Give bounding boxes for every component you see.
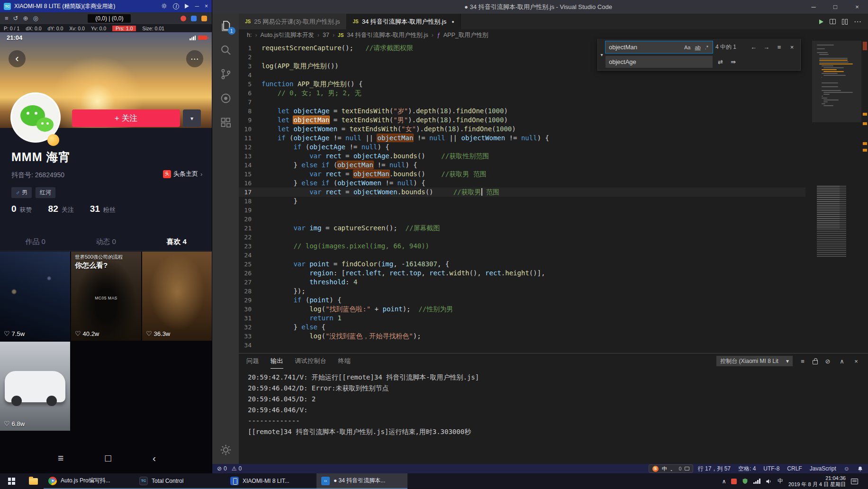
overview-ruler[interactable] <box>861 41 868 353</box>
lock-scroll-icon[interactable] <box>813 360 818 364</box>
home-button[interactable]: □ <box>105 453 111 464</box>
output-lines[interactable]: 20:59:42.741/V: 开始运行[[remote]34 抖音引流脚本-取… <box>239 369 868 437</box>
target-icon[interactable]: ◎ <box>33 15 38 21</box>
warnings-status[interactable]: ⚠0 <box>232 465 242 472</box>
code-line[interactable]: 14 } else if (objectMan != null) { <box>239 161 805 170</box>
cursor-position[interactable]: 行 17，列 57 <box>698 465 731 473</box>
android-back-button[interactable]: ‹ <box>153 453 156 464</box>
run-icon[interactable] <box>819 19 823 24</box>
code-line[interactable]: 10 let objectWomen = textEndsWith("女").d… <box>239 125 805 134</box>
word-wrap-icon[interactable]: ≡ <box>798 358 807 365</box>
tab-dynamics[interactable]: 动态 0 <box>71 233 141 251</box>
volume-icon[interactable] <box>766 478 772 485</box>
panel-tab-output[interactable]: 输出 <box>271 353 283 369</box>
security-shield-icon[interactable] <box>742 478 748 484</box>
search-icon[interactable] <box>219 44 232 56</box>
code-line[interactable]: 23 // log(images.pixel(img, 66, 940)) <box>239 242 805 251</box>
network-icon[interactable] <box>753 479 760 484</box>
minimap[interactable] <box>812 41 861 353</box>
mic-icon[interactable] <box>679 467 681 471</box>
code-line[interactable]: 32 } else { <box>239 323 805 332</box>
regex-icon[interactable]: .* <box>704 44 709 51</box>
video-thumbnail[interactable]: ♡36.3w <box>142 252 212 341</box>
taskbar-app-chrome[interactable]: Auto.js Pro编写抖... <box>44 473 135 489</box>
minimize-button[interactable]: ─ <box>803 0 824 14</box>
whole-word-icon[interactable]: ab <box>694 44 701 51</box>
start-button[interactable] <box>0 473 23 489</box>
follow-button[interactable]: + 关注 <box>72 109 180 127</box>
code-line[interactable]: 19 <box>239 206 805 215</box>
next-match-button[interactable]: → <box>761 42 771 52</box>
phone-screen[interactable]: 21:04 ‹ ⋯ + 关注 ▾ MMM 海宵 抖音号: 26824950 头 … <box>0 32 212 473</box>
output-channel-select[interactable]: 控制台 (Xiaomi MI 8 Lit ▾ <box>716 356 793 366</box>
extensions-icon[interactable] <box>219 116 232 129</box>
record-icon[interactable] <box>181 16 186 21</box>
eol-status[interactable]: CRLF <box>787 465 802 472</box>
code-line[interactable]: 8 let objectAge = textEndsWith("岁").dept… <box>239 107 805 116</box>
replace-all-button[interactable]: ⇛ <box>728 57 738 67</box>
stat-likes[interactable]: 0获赞 <box>11 204 32 214</box>
hidden-icons-chevron[interactable]: ∧ <box>722 478 726 485</box>
breadcrumb-item[interactable]: h: <box>247 32 252 38</box>
code-line[interactable]: 6 // 0, 女; 1, 男; 2, 无 <box>239 89 805 98</box>
code-line[interactable]: 27 threshold: 4 <box>239 278 805 287</box>
editor-tab-active[interactable]: JS 34 抖音引流脚本-取用户性别.js ● <box>347 14 461 29</box>
code-line[interactable]: 34 <box>239 341 805 350</box>
phone-window-titlebar[interactable]: TC XIAOMI-MI 8 LITE (精简版)(非商业用途) i ─ × <box>0 0 212 12</box>
match-case-icon[interactable]: Aa <box>683 44 691 51</box>
breadcrumb-item[interactable]: APP_取用户性别 <box>443 31 488 39</box>
code-line[interactable]: 24 <box>239 251 805 260</box>
breadcrumb-item[interactable]: 34 抖音引流脚本-取用户性别.js <box>347 31 428 39</box>
encoding-status[interactable]: UTF-8 <box>763 465 779 472</box>
find-input[interactable]: objectMan Aa ab .* <box>606 41 713 53</box>
breadcrumb-item[interactable]: Auto.js引流脚本开发 <box>261 31 314 39</box>
file-explorer-button[interactable] <box>23 473 44 489</box>
ime-mode[interactable]: 中 <box>662 465 667 472</box>
code-line[interactable]: 4 <box>239 71 805 80</box>
minimize-window-icon[interactable]: ─ <box>195 3 199 9</box>
close-button[interactable]: × <box>846 0 868 14</box>
settings-icon[interactable] <box>161 3 167 10</box>
video-thumbnail[interactable]: 世界500强公司的流程 你怎么看? MC05 MAS ♡40.2w <box>71 252 141 341</box>
code-line[interactable]: 16 } else if (objectWomen != null) { <box>239 179 805 188</box>
code-line[interactable]: 25 var point = findColor(img, -16148307,… <box>239 260 805 269</box>
code-line[interactable]: 21 var img = captureScreen(); //屏幕截图 <box>239 224 805 233</box>
modified-dot-icon[interactable]: ● <box>452 19 454 24</box>
toutiao-profile-link[interactable]: 头 头条主页 › <box>163 170 202 178</box>
maximize-panel-icon[interactable]: ∧ <box>838 358 846 365</box>
replace-input[interactable]: objectAge <box>606 56 713 68</box>
close-find-button[interactable]: × <box>787 42 797 52</box>
source-control-icon[interactable] <box>219 68 232 81</box>
find-in-selection-button[interactable]: ≡ <box>774 42 784 52</box>
clear-output-icon[interactable]: ⊘ <box>823 358 832 365</box>
explorer-icon[interactable]: 1 <box>219 19 232 32</box>
stat-followers[interactable]: 31粉丝 <box>90 204 116 214</box>
split-editor-icon[interactable] <box>842 19 848 25</box>
debug-icon[interactable] <box>219 92 232 105</box>
feedback-smiley-icon[interactable]: ☺ <box>844 465 850 472</box>
tab-likes[interactable]: 喜欢 4 <box>141 233 212 251</box>
panel-tab-terminal[interactable]: 终端 <box>338 353 351 369</box>
close-panel-icon[interactable]: × <box>852 358 860 365</box>
back-button[interactable]: ‹ <box>9 50 26 67</box>
taskbar-app-total-control[interactable]: TC Total Control <box>135 473 226 489</box>
editor-tab[interactable]: JS 25 网易公开课(3)-取用户性别.js <box>239 14 347 29</box>
taskbar-app-phone-window[interactable]: XIAOMI-MI 8 LIT... <box>226 473 316 489</box>
notifications-bell-icon[interactable] <box>857 466 863 472</box>
sogou-ime-bar[interactable]: S 中 。 <box>649 464 693 473</box>
panel-tab-debug-console[interactable]: 调试控制台 <box>295 353 327 369</box>
vscode-titlebar[interactable]: ● 34 抖音引流脚本-取用户性别.js - Visual Studio Cod… <box>212 0 868 14</box>
toggle-replace-button[interactable]: ▾ <box>598 41 606 68</box>
code-line[interactable]: 17 var rect = objectWomen.bounds() //获取男… <box>239 188 805 197</box>
close-window-icon[interactable]: × <box>205 3 208 9</box>
code-line[interactable]: 11 if (objectAge != null || objectMan !=… <box>239 134 805 143</box>
share-icon[interactable] <box>185 4 189 9</box>
screenshot-icon[interactable] <box>191 16 197 21</box>
recents-button[interactable]: ≡ <box>58 453 63 464</box>
taskbar-clock[interactable]: 21:04:36 2019 年 8 月 4 日 星期日 <box>788 475 846 487</box>
code-line[interactable]: 13 var rect = objectAge.bounds() //获取性别范… <box>239 152 805 161</box>
code-line[interactable]: 20 <box>239 215 805 224</box>
code-line[interactable]: 29 if (point) { <box>239 296 805 305</box>
more-actions-icon[interactable]: ⋯ <box>854 17 861 26</box>
code-line[interactable]: 9 let objectMan = textEndsWith("男").dept… <box>239 116 805 125</box>
